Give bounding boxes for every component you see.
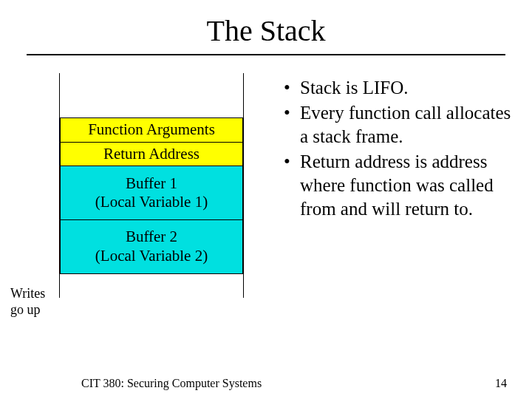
bullet-item: • Every function call allocates a stack …	[282, 101, 517, 149]
bullet-text: Return address is address where function…	[300, 150, 517, 221]
stack-cell-buffer-1: Buffer 1 (Local Variable 1)	[60, 166, 243, 220]
cell-label-line1: Buffer 2	[126, 228, 177, 246]
stack-diagram: Function Arguments Return Address Buffer…	[59, 73, 244, 298]
writes-go-up-label: Writes go up	[10, 286, 55, 318]
content-area: Writes go up Function Arguments Return A…	[0, 73, 532, 298]
footer-page-number: 14	[495, 377, 507, 390]
cell-label-line2: (Local Variable 1)	[95, 193, 208, 211]
writes-label-line2: go up	[10, 302, 55, 318]
bullet-dot-icon: •	[282, 101, 300, 125]
writes-label-line1: Writes	[10, 286, 55, 302]
bullet-dot-icon: •	[282, 150, 300, 174]
cell-label: Function Arguments	[88, 120, 215, 139]
bullet-item: • Return address is address where functi…	[282, 150, 517, 221]
stack-cell-buffer-2: Buffer 2 (Local Variable 2)	[60, 219, 243, 274]
cell-label-line2: (Local Variable 2)	[95, 247, 208, 265]
bullets-column: • Stack is LIFO. • Every function call a…	[265, 73, 517, 298]
bullet-list: • Stack is LIFO. • Every function call a…	[282, 76, 517, 221]
bullet-item: • Stack is LIFO.	[282, 76, 517, 100]
stack-diagram-column: Writes go up Function Arguments Return A…	[6, 73, 265, 298]
slide-title: The Stack	[0, 0, 532, 54]
stack-top-space	[60, 73, 243, 117]
cell-label: Return Address	[103, 145, 200, 163]
bullet-dot-icon: •	[282, 76, 300, 100]
cell-label-line1: Buffer 1	[126, 174, 177, 193]
stack-cell-return-address: Return Address	[60, 142, 243, 167]
bullet-text: Stack is LIFO.	[300, 76, 517, 100]
footer-course: CIT 380: Securing Computer Systems	[81, 377, 262, 390]
stack-bottom-space	[60, 274, 243, 298]
title-divider	[27, 54, 505, 55]
bullet-text: Every function call allocates a stack fr…	[300, 101, 517, 149]
stack-cell-function-arguments: Function Arguments	[60, 117, 243, 143]
